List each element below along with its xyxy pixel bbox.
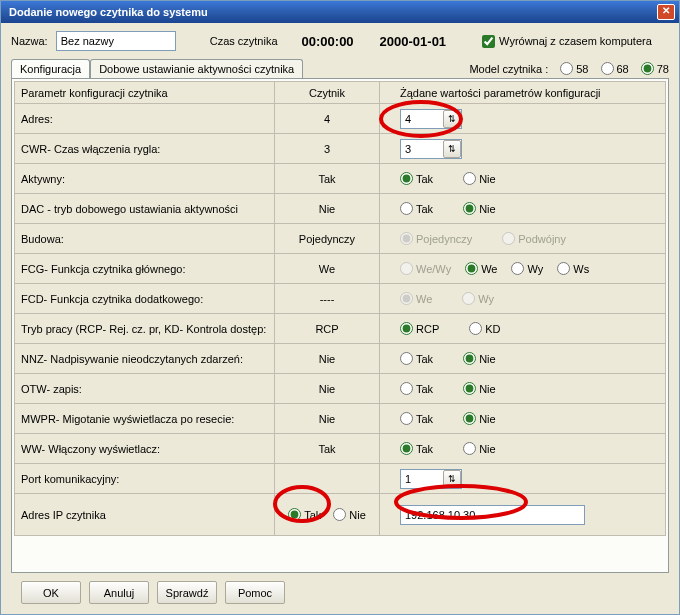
table-row: FCG- Funkcja czytnika głównego: We We/Wy… — [15, 254, 666, 284]
param-current: 3 — [275, 134, 380, 164]
updown-icon[interactable]: ⇅ — [443, 470, 461, 488]
param-label: Aktywny: — [15, 164, 275, 194]
fcd-wy-radio: Wy — [462, 292, 494, 305]
close-icon[interactable]: ✕ — [657, 4, 675, 20]
check-button[interactable]: Sprawdź — [157, 581, 217, 604]
nnz-nie-radio[interactable]: Nie — [463, 352, 496, 365]
reader-time-label: Czas czytnika — [210, 35, 278, 47]
nnz-tak-radio[interactable]: Tak — [400, 352, 433, 365]
fcd-we-radio: We — [400, 292, 432, 305]
ip-address-input[interactable] — [400, 505, 585, 525]
param-current: Nie — [275, 194, 380, 224]
param-current: ---- — [275, 284, 380, 314]
name-input[interactable] — [56, 31, 176, 51]
ip-nie-radio[interactable]: Nie — [333, 508, 366, 521]
table-row: Aktywny: Tak Tak Nie — [15, 164, 666, 194]
table-row: FCD- Funkcja czytnika dodatkowego: ---- … — [15, 284, 666, 314]
fcg-we-radio[interactable]: We — [465, 262, 497, 275]
header-desired: Żądane wartości parametrów konfiguracji — [380, 82, 666, 104]
param-current: Nie — [275, 374, 380, 404]
param-current: RCP — [275, 314, 380, 344]
param-label: WW- Włączony wyświetlacz: — [15, 434, 275, 464]
reader-time-value: 00:00:00 — [302, 34, 354, 49]
mwpr-tak-radio[interactable]: Tak — [400, 412, 433, 425]
param-current: Pojedynczy — [275, 224, 380, 254]
updown-icon[interactable]: ⇅ — [443, 110, 461, 128]
param-current — [275, 464, 380, 494]
header-parameter: Parametr konfiguracji czytnika — [15, 82, 275, 104]
reader-date-value: 2000-01-01 — [380, 34, 447, 49]
cwr-input[interactable] — [401, 140, 441, 158]
table-row: Port komunikacyjny: ⇅ — [15, 464, 666, 494]
param-label: Adres: — [15, 104, 275, 134]
table-row: WW- Włączony wyświetlacz: Tak Tak Nie — [15, 434, 666, 464]
otw-tak-radio[interactable]: Tak — [400, 382, 433, 395]
build-single-radio: Pojedynczy — [400, 232, 472, 245]
table-row: Tryb pracy (RCP- Rej. cz. pr, KD- Kontro… — [15, 314, 666, 344]
mwpr-nie-radio[interactable]: Nie — [463, 412, 496, 425]
tab-configuration[interactable]: Konfiguracja — [11, 59, 90, 79]
otw-nie-radio[interactable]: Nie — [463, 382, 496, 395]
model-78-radio[interactable]: 78 — [641, 62, 669, 75]
fcg-wewy-radio: We/Wy — [400, 262, 451, 275]
model-68-radio[interactable]: 68 — [601, 62, 629, 75]
window-title: Dodanie nowego czytnika do systemu — [5, 6, 657, 18]
help-button[interactable]: Pomoc — [225, 581, 285, 604]
sync-time-checkbox[interactable]: Wyrównaj z czasem komputera — [482, 35, 652, 48]
port-input[interactable] — [401, 470, 441, 488]
sync-time-checkbox-input[interactable] — [482, 35, 495, 48]
port-spinner[interactable]: ⇅ — [400, 469, 462, 489]
param-current: Tak — [275, 164, 380, 194]
address-spinner[interactable]: ⇅ — [400, 109, 462, 129]
table-row: OTW- zapis: Nie Tak Nie — [15, 374, 666, 404]
param-label: FCG- Funkcja czytnika głównego: — [15, 254, 275, 284]
param-label: CWR- Czas włączenia rygla: — [15, 134, 275, 164]
table-row: DAC - tryb dobowego ustawiania aktywnośc… — [15, 194, 666, 224]
param-label: MWPR- Migotanie wyświetlacza po resecie: — [15, 404, 275, 434]
mode-rcp-radio[interactable]: RCP — [400, 322, 439, 335]
table-row: Adres IP czytnika Tak Nie — [15, 494, 666, 536]
dac-tak-radio[interactable]: Tak — [400, 202, 433, 215]
active-tak-radio[interactable]: Tak — [400, 172, 433, 185]
model-58-radio[interactable]: 58 — [560, 62, 588, 75]
dac-nie-radio[interactable]: Nie — [463, 202, 496, 215]
ok-button[interactable]: OK — [21, 581, 81, 604]
param-label: Port komunikacyjny: — [15, 464, 275, 494]
param-label: Budowa: — [15, 224, 275, 254]
address-input[interactable] — [401, 110, 441, 128]
param-current: 4 — [275, 104, 380, 134]
table-row: Budowa: Pojedynczy Pojedynczy Podwójny — [15, 224, 666, 254]
titlebar: Dodanie nowego czytnika do systemu ✕ — [1, 1, 679, 23]
active-nie-radio[interactable]: Nie — [463, 172, 496, 185]
fcg-ws-radio[interactable]: Ws — [557, 262, 589, 275]
name-label: Nazwa: — [11, 35, 48, 47]
ww-nie-radio[interactable]: Nie — [463, 442, 496, 455]
header-reader: Czytnik — [275, 82, 380, 104]
param-current: Nie — [275, 344, 380, 374]
ip-tak-radio[interactable]: Tak — [288, 508, 321, 521]
param-label: DAC - tryb dobowego ustawiania aktywnośc… — [15, 194, 275, 224]
param-current: Tak — [275, 434, 380, 464]
param-label: NNZ- Nadpisywanie nieodczytanych zdarzeń… — [15, 344, 275, 374]
cancel-button[interactable]: Anuluj — [89, 581, 149, 604]
table-row: CWR- Czas włączenia rygla: 3 ⇅ — [15, 134, 666, 164]
param-label: Adres IP czytnika — [15, 494, 275, 536]
fcg-wy-radio[interactable]: Wy — [511, 262, 543, 275]
model-label: Model czytnika : — [469, 63, 548, 75]
mode-kd-radio[interactable]: KD — [469, 322, 500, 335]
ww-tak-radio[interactable]: Tak — [400, 442, 433, 455]
param-current: Nie — [275, 404, 380, 434]
tab-daily-activity[interactable]: Dobowe ustawianie aktywności czytnika — [90, 59, 303, 78]
build-double-radio: Podwójny — [502, 232, 566, 245]
table-row: Adres: 4 ⇅ — [15, 104, 666, 134]
table-row: NNZ- Nadpisywanie nieodczytanych zdarzeń… — [15, 344, 666, 374]
param-label: OTW- zapis: — [15, 374, 275, 404]
table-row: MWPR- Migotanie wyświetlacza po resecie:… — [15, 404, 666, 434]
param-label: Tryb pracy (RCP- Rej. cz. pr, KD- Kontro… — [15, 314, 275, 344]
config-table: Parametr konfiguracji czytnika Czytnik Ż… — [14, 81, 666, 536]
cwr-spinner[interactable]: ⇅ — [400, 139, 462, 159]
param-current: We — [275, 254, 380, 284]
sync-time-checkbox-label: Wyrównaj z czasem komputera — [499, 35, 652, 47]
param-label: FCD- Funkcja czytnika dodatkowego: — [15, 284, 275, 314]
updown-icon[interactable]: ⇅ — [443, 140, 461, 158]
